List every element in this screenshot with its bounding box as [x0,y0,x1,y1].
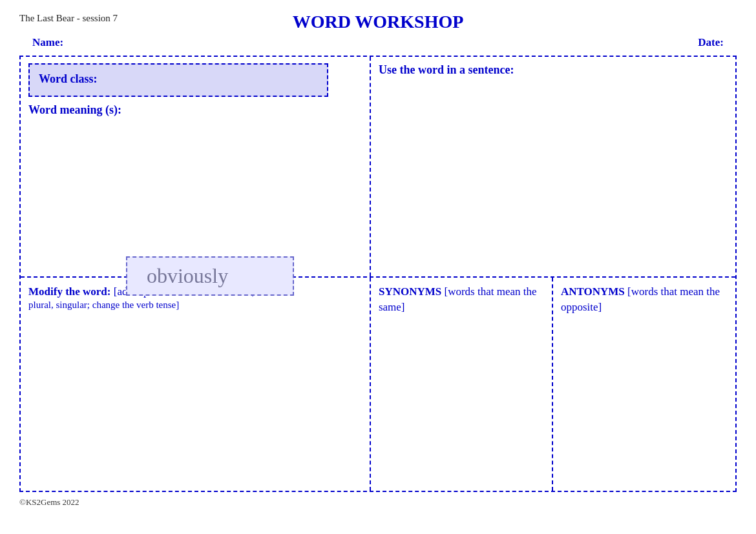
copyright: ©KS2Gems 2022 [19,497,79,507]
main-grid: Word class: Word meaning (s): obviously … [19,56,737,492]
page: The Last Bear - session 7 WORD WORKSHOP … [0,0,756,534]
center-word-box: obviously [126,256,294,296]
word-class-box: Word class: [28,63,328,97]
center-word: obviously [147,264,228,287]
modify-sub: plural, singular; change the verb tense] [28,300,362,311]
bottom-right: ANTONYMS [words that mean the opposite] [553,278,735,491]
synonyms-label: SYNONYMS [words that mean the same] [379,284,544,315]
name-label: Name: [32,36,63,49]
bottom-middle: SYNONYMS [words that mean the same] [371,278,553,491]
top-section: Word class: Word meaning (s): obviously … [21,57,735,278]
word-class-label: Word class: [39,72,98,85]
bottom-left: Modify the word: [add a prefix or a suff… [21,278,371,491]
antonyms-bold: ANTONYMS [561,285,625,298]
synonyms-bold: SYNONYMS [379,285,441,298]
name-date-row: Name: Date: [19,36,737,49]
main-title: WORD WORKSHOP [293,12,464,32]
session-label: The Last Bear - session 7 [19,13,118,24]
word-meaning-label: Word meaning (s): [28,103,362,117]
use-in-sentence-label: Use the word in a sentence: [379,63,728,77]
top-left: Word class: Word meaning (s): obviously [21,57,371,276]
modify-bold: Modify the word: [28,285,110,298]
antonyms-label: ANTONYMS [words that mean the opposite] [561,284,728,315]
top-right: Use the word in a sentence: [371,57,735,276]
bottom-section: Modify the word: [add a prefix or a suff… [21,278,735,491]
date-label: Date: [698,36,724,49]
header-row: The Last Bear - session 7 WORD WORKSHOP [19,12,737,32]
footer: ©KS2Gems 2022 [19,497,737,508]
